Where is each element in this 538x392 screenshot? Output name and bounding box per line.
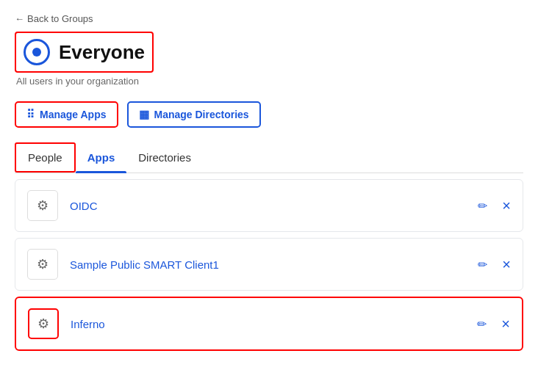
delete-icon[interactable]: × <box>502 197 511 214</box>
row-icon-smart: ⚙ <box>27 249 58 280</box>
row-actions: ✏ × <box>478 197 511 214</box>
directories-icon: ▦ <box>139 108 149 121</box>
grid-icon: ⠿ <box>26 108 35 121</box>
manage-directories-button[interactable]: ▦ Manage Directories <box>127 101 261 128</box>
group-name: Everyone <box>59 41 145 64</box>
edit-icon[interactable]: ✏ <box>478 258 487 272</box>
items-list: ⚙ OIDC ✏ × ⚙ Sample Public SMART Client1… <box>15 179 523 351</box>
gear-icon: ⚙ <box>37 316 49 332</box>
item-name-smart[interactable]: Sample Public SMART Client1 <box>70 258 478 271</box>
tab-people[interactable]: People <box>15 142 76 173</box>
group-header: Everyone <box>15 32 154 73</box>
row-actions: ✏ × <box>477 316 510 333</box>
back-to-groups-link[interactable]: Back to Groups <box>15 13 93 24</box>
delete-icon[interactable]: × <box>502 256 511 273</box>
manage-apps-button[interactable]: ⠿ Manage Apps <box>15 101 118 128</box>
manage-directories-label: Manage Directories <box>154 109 249 120</box>
back-link-text: Back to Groups <box>27 13 93 24</box>
tab-directories[interactable]: Directories <box>126 142 203 173</box>
edit-icon[interactable]: ✏ <box>477 317 487 331</box>
delete-icon[interactable]: × <box>501 316 510 333</box>
group-avatar <box>24 39 50 65</box>
row-actions: ✏ × <box>478 256 511 273</box>
table-row: ⚙ OIDC ✏ × <box>15 179 523 232</box>
item-name-inferno[interactable]: Inferno <box>71 318 477 330</box>
tabs-container: People Apps Directories <box>15 142 523 173</box>
tab-directories-label: Directories <box>138 151 191 164</box>
action-buttons: ⠿ Manage Apps ▦ Manage Directories <box>15 101 523 128</box>
tab-apps[interactable]: Apps <box>76 142 127 173</box>
row-icon-oidc: ⚙ <box>27 190 58 221</box>
row-icon-inferno: ⚙ <box>28 308 59 339</box>
gear-icon: ⚙ <box>37 256 49 272</box>
item-name-oidc[interactable]: OIDC <box>70 200 478 212</box>
group-subtitle: All users in your organization <box>16 76 523 87</box>
manage-apps-label: Manage Apps <box>40 109 107 120</box>
table-row: ⚙ Sample Public SMART Client1 ✏ × <box>15 238 523 291</box>
gear-icon: ⚙ <box>37 197 49 214</box>
edit-icon[interactable]: ✏ <box>478 199 487 213</box>
tab-people-label: People <box>28 151 62 164</box>
table-row: ⚙ Inferno ✏ × <box>15 297 523 351</box>
tab-apps-label: Apps <box>87 151 115 164</box>
